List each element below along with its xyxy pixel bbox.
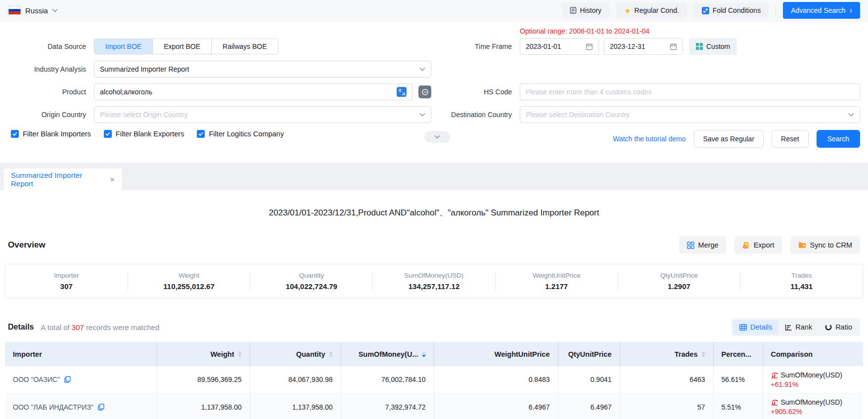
comparison-change: +905.62% [771,408,856,416]
reset-button[interactable]: Reset [772,130,809,148]
cell-weight-unit-price: 0.8483 [434,366,558,393]
details-table: Importer Weight Quantity SumOfMoney(U...… [5,342,863,419]
details-heading: Details [8,323,34,332]
advanced-search-button[interactable]: Advanced Search › [783,2,860,19]
tutorial-demo-link[interactable]: Watch the tutorial demo [613,135,685,143]
exact-match-toggle[interactable] [418,85,431,98]
checkbox-checked-icon [197,130,205,138]
merge-icon [687,242,694,249]
stat-quantity: Quantity 104,022,724.79 [250,272,372,291]
chevron-down-icon [52,8,58,12]
tab-railways-boe[interactable]: Railways BOE [211,39,277,54]
cell-weight: 89,596,369.25 [157,366,250,393]
hs-code-input[interactable] [520,84,860,100]
col-percent: Percen... [722,350,751,358]
cell-qty-unit-price: 0.9041 [558,366,620,393]
col-sum-of-money-sortable[interactable]: SumOfMoney(U... [341,342,434,366]
translate-icon[interactable]: A [397,87,407,97]
checkbox-checked-icon [104,130,112,138]
col-quantity-sortable[interactable]: Quantity [250,342,341,366]
product-input[interactable]: A [94,84,412,100]
export-button[interactable]: Export [734,236,782,254]
view-rank-button[interactable]: Rank [778,320,819,335]
overview-heading: Overview [8,240,46,250]
destination-country-select[interactable]: Please select Destination Country [520,106,860,123]
filter-blank-importers-checkbox[interactable]: Filter Blank Importers [11,130,91,138]
merge-label: Merge [698,241,719,249]
cell-qty-unit-price: 6.4967 [558,393,620,419]
filter-logitics-company-checkbox[interactable]: Filter Logitics Company [197,130,284,138]
close-icon[interactable]: × [110,175,115,184]
tab-summarized-importer-report[interactable]: Summarized Importer Report × [4,168,122,190]
origin-country-select[interactable]: Please select Origin Country [94,106,431,123]
history-button[interactable]: History [562,2,610,18]
product-value[interactable] [100,88,397,96]
col-weight-sortable[interactable]: Weight [157,342,250,366]
report-title: 2023/01/01-2023/12/31,Product AND"alcoho… [0,207,868,218]
search-button[interactable]: Search [817,130,860,148]
hs-code-label: HS Code [431,88,512,96]
cell-percent: 5.51% [713,393,763,419]
checkbox-label: Filter Logitics Company [209,130,284,138]
sync-to-crm-label: Sync to CRM [810,241,852,249]
date-start-input[interactable] [520,38,599,55]
history-icon [570,7,577,14]
sort-icon[interactable] [329,351,333,357]
divider [776,5,776,16]
view-switcher: Details Rank Ratio [731,318,860,336]
cell-comparison: SumOfMoney(USD) +905.62% [763,393,863,419]
top-bar: Russia History ★ Regular Cond. [0,0,868,21]
copy-icon[interactable] [98,404,104,411]
sort-icon-active-desc[interactable] [422,351,426,357]
export-file-icon [742,242,750,249]
stat-qty-unit-price: QtyUnitPrice 1.2907 [618,272,740,291]
filter-blank-exporters-checkbox[interactable]: Filter Blank Exporters [104,130,184,138]
calendar-icon [586,43,593,50]
checkbox-label: Filter Blank Importers [23,130,91,138]
origin-country-placeholder: Please select Origin Country [100,111,419,119]
sort-icon[interactable] [701,351,705,357]
chevron-down-icon [419,113,425,117]
col-trades-sortable[interactable]: Trades [620,342,713,366]
importer-name-link[interactable]: ООО "ЛАБ ИНДАСТРИЗ" [13,403,93,411]
stat-sum-of-money: SumOfMoney(USD) 134,257,117.12 [373,272,495,291]
export-label: Export [754,241,775,249]
regular-cond-button[interactable]: ★ Regular Cond. [616,2,687,18]
table-icon [739,324,747,331]
cell-quantity: 84,067,930.98 [250,366,341,393]
country-name: Russia [25,6,48,15]
view-details-label: Details [750,323,772,331]
sync-to-crm-button[interactable]: Sync to CRM [790,236,860,254]
cell-comparison: SumOfMoney(USD) +61.91% [763,366,863,393]
date-start-value[interactable] [526,42,586,50]
view-ratio-button[interactable]: Ratio [819,320,859,335]
fold-conditions-button[interactable]: Fold Conditions [694,2,769,18]
custom-range-button[interactable]: Custom [689,38,737,55]
industry-analysis-label: Industry Analysis [8,65,86,73]
view-details-button[interactable]: Details [733,320,778,335]
svg-text:A: A [402,91,406,96]
tab-import-boe[interactable]: Import BOE [94,39,152,54]
date-end-value[interactable] [610,42,670,50]
stat-trades: Trades 11,431 [740,272,863,291]
copy-icon[interactable] [64,376,71,383]
merge-button[interactable]: Merge [679,236,727,254]
importer-name-link[interactable]: ООО "ОАЗИС" [13,376,60,383]
tab-export-boe[interactable]: Export BOE [152,39,211,54]
comparison-change: +61.91% [771,380,856,388]
collapse-conditions-toggle[interactable] [424,131,450,143]
hs-code-value[interactable] [526,88,854,96]
country-selector[interactable]: Russia [8,6,58,15]
cell-trades: 57 [620,393,713,419]
total-count: 307 [72,323,84,332]
russia-flag-icon [8,6,21,15]
stat-importer: Importer 307 [5,272,128,291]
chevron-right-icon: › [850,6,852,14]
industry-analysis-select[interactable]: Summarized Importer Report [94,61,431,78]
custom-icon [696,43,703,50]
view-rank-label: Rank [795,323,812,331]
date-end-input[interactable] [604,38,683,55]
save-as-regular-button[interactable]: Save as Regular [694,130,764,148]
sort-icon[interactable] [238,351,242,357]
rank-icon [785,324,792,331]
